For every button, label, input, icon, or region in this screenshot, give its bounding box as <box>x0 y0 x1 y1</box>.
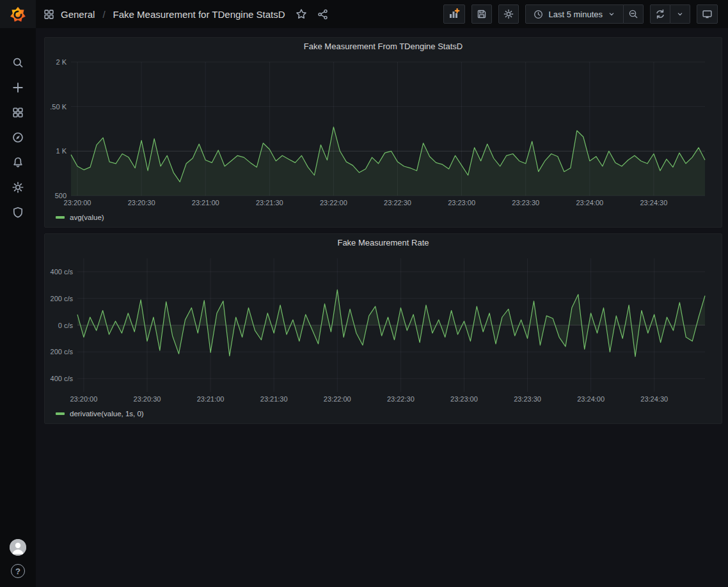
sidebar-item-explore[interactable] <box>0 125 36 150</box>
svg-text:23:21:30: 23:21:30 <box>260 395 288 403</box>
time-range-picker[interactable]: Last 5 minutes <box>525 4 624 24</box>
timeseries-chart[interactable]: -400 c/s-200 c/s0 c/s200 c/s400 c/s23:20… <box>50 251 718 407</box>
svg-text:23:23:30: 23:23:30 <box>514 395 541 403</box>
svg-text:23:24:00: 23:24:00 <box>576 199 603 207</box>
svg-text:0 c/s: 0 c/s <box>58 322 74 329</box>
svg-text:1 K: 1 K <box>56 147 67 155</box>
apps-grid-icon <box>44 9 54 20</box>
legend: derivative(value, 1s, 0) <box>50 407 716 421</box>
monitor-icon <box>702 9 713 20</box>
svg-text:400 c/s: 400 c/s <box>51 268 74 276</box>
svg-text:23:22:30: 23:22:30 <box>384 199 411 207</box>
sidebar-item-create[interactable] <box>0 75 36 100</box>
save-icon <box>477 9 487 19</box>
user-avatar[interactable] <box>10 539 26 556</box>
dashboards-grid-icon <box>12 107 24 118</box>
svg-text:23:23:00: 23:23:00 <box>448 199 475 207</box>
help-icon: ? <box>15 567 20 576</box>
chevron-down-icon <box>608 10 615 18</box>
zoom-out-time-button[interactable] <box>624 4 644 24</box>
svg-text:23:24:30: 23:24:30 <box>640 395 668 403</box>
search-icon <box>12 57 24 68</box>
plus-icon <box>12 82 24 93</box>
svg-text:23:20:00: 23:20:00 <box>64 199 91 207</box>
svg-text:200 c/s: 200 c/s <box>51 295 74 302</box>
share-icon <box>317 9 328 20</box>
dashboard-toolbar: Last 5 minutes <box>443 4 718 24</box>
bell-icon <box>12 157 24 168</box>
breadcrumb-separator: / <box>102 9 105 20</box>
sidebar-item-search[interactable] <box>0 50 36 75</box>
add-panel-button[interactable] <box>443 4 465 24</box>
star-button[interactable] <box>296 8 307 20</box>
legend-label[interactable]: derivative(value, 1s, 0) <box>70 410 144 418</box>
panel-fake-measurement-rate: Fake Measurement Rate -400 c/s-200 c/s0 … <box>44 233 722 424</box>
grafana-logo[interactable] <box>0 0 36 28</box>
svg-text:23:22:00: 23:22:00 <box>320 199 347 207</box>
panel-title: Fake Measurement Rate <box>337 238 429 247</box>
refresh-icon <box>655 9 665 19</box>
star-icon <box>296 8 307 20</box>
avatar-person-icon <box>10 539 26 556</box>
svg-text:2 K: 2 K <box>56 58 67 66</box>
gear-icon <box>12 182 24 193</box>
legend-swatch <box>56 216 65 219</box>
svg-text:23:23:00: 23:23:00 <box>450 395 478 403</box>
sidebar-item-configuration[interactable] <box>0 175 36 200</box>
legend-swatch <box>56 412 65 415</box>
panel-header[interactable]: Fake Measurement Rate <box>50 234 716 251</box>
breadcrumb-actions <box>296 8 328 20</box>
dashboard-settings-button[interactable] <box>498 4 519 24</box>
main-area: General / Fake Measurement for TDengine … <box>36 0 728 587</box>
svg-text:23:21:30: 23:21:30 <box>256 199 283 207</box>
svg-text:23:24:30: 23:24:30 <box>640 199 668 207</box>
grafana-app: ? General / Fake Measurement for TDengin… <box>0 0 728 587</box>
breadcrumb-folder[interactable]: General <box>61 9 95 20</box>
refresh-group <box>650 4 690 24</box>
sidebar-item-server-admin[interactable] <box>0 200 36 224</box>
grafana-flame-icon <box>8 4 28 24</box>
refresh-interval-dropdown[interactable] <box>670 4 690 24</box>
breadcrumb: General / Fake Measurement for TDengine … <box>44 8 328 20</box>
legend: avg(value) <box>50 210 716 224</box>
svg-text:23:22:00: 23:22:00 <box>324 395 351 403</box>
svg-text:23:22:30: 23:22:30 <box>387 395 415 403</box>
timeseries-chart[interactable]: 5001 K1.50 K2 K23:20:0023:20:3023:21:002… <box>50 54 718 210</box>
zoom-out-icon <box>628 9 638 19</box>
sidebar-item-dashboards[interactable] <box>0 100 36 125</box>
svg-text:23:21:00: 23:21:00 <box>197 395 225 403</box>
share-button[interactable] <box>317 9 328 20</box>
gear-icon <box>503 9 514 19</box>
panel-title: Fake Measurement From TDengine StatsD <box>304 42 463 51</box>
dashboard-title: Fake Measurement for TDengine StatsD <box>113 9 285 20</box>
sidebar: ? <box>0 0 36 587</box>
dashboard-canvas: Fake Measurement From TDengine StatsD 50… <box>36 28 728 587</box>
svg-text:23:20:30: 23:20:30 <box>134 395 161 403</box>
clock-icon <box>534 10 543 19</box>
top-navbar: General / Fake Measurement for TDengine … <box>36 0 728 28</box>
chevron-down-icon <box>676 10 684 18</box>
sidebar-bottom: ? <box>0 539 36 587</box>
svg-text:1.50 K: 1.50 K <box>50 103 67 111</box>
svg-text:23:20:00: 23:20:00 <box>70 395 97 403</box>
svg-text:23:24:00: 23:24:00 <box>577 395 605 403</box>
cycle-view-mode-button[interactable] <box>697 4 718 24</box>
svg-text:23:20:30: 23:20:30 <box>128 199 155 207</box>
panel-fake-measurement: Fake Measurement From TDengine StatsD 50… <box>44 37 722 228</box>
shield-icon <box>12 207 24 218</box>
sidebar-nav <box>0 50 36 224</box>
svg-text:23:23:30: 23:23:30 <box>512 199 539 207</box>
compass-icon <box>12 132 24 143</box>
legend-label[interactable]: avg(value) <box>70 214 104 221</box>
save-dashboard-button[interactable] <box>471 4 492 24</box>
time-range-label: Last 5 minutes <box>548 10 603 19</box>
svg-text:23:21:00: 23:21:00 <box>192 199 219 207</box>
svg-text:-200 c/s: -200 c/s <box>50 348 73 356</box>
svg-text:-400 c/s: -400 c/s <box>50 375 73 382</box>
panel-header[interactable]: Fake Measurement From TDengine StatsD <box>50 38 716 54</box>
sidebar-item-alerting[interactable] <box>0 150 36 175</box>
add-panel-icon <box>448 8 460 20</box>
help-button[interactable]: ? <box>11 564 25 578</box>
refresh-button[interactable] <box>650 4 670 24</box>
time-picker-group: Last 5 minutes <box>525 4 644 24</box>
